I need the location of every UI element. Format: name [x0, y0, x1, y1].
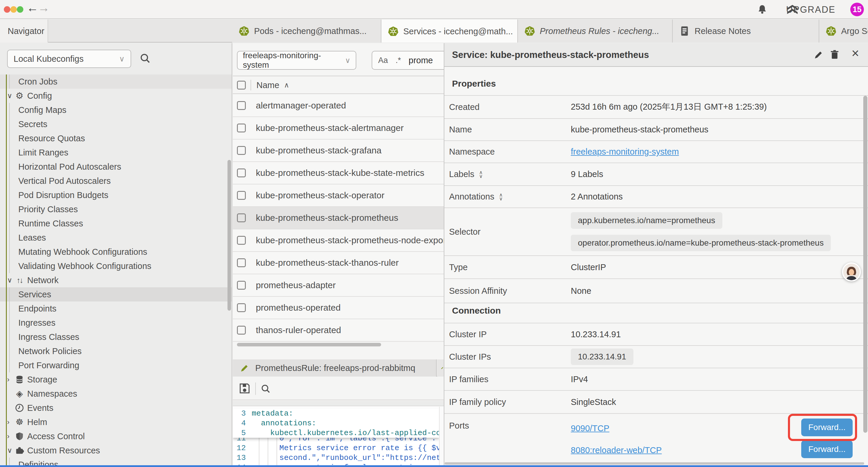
- sidebar-item[interactable]: ∨ ⚙ Config: [0, 89, 231, 103]
- port-link[interactable]: 9090/TCP: [571, 424, 610, 433]
- app-tab[interactable]: Argo Se: [819, 20, 868, 42]
- sidebar-item[interactable]: Priority Classes: [0, 202, 231, 216]
- kubeconfig-select[interactable]: Local Kubeconfigs ∨: [7, 50, 131, 68]
- search-query[interactable]: prome: [409, 56, 433, 65]
- sidebar-item[interactable]: Cron Jobs: [0, 75, 231, 89]
- row-checkbox[interactable]: [237, 213, 246, 222]
- row-checkbox[interactable]: [237, 326, 246, 334]
- table-row[interactable]: kube-prometheus-stack-grafana: [233, 140, 444, 162]
- sidebar-item[interactable]: Endpoints: [0, 301, 231, 316]
- sidebar-item[interactable]: Resource Quotas: [0, 131, 231, 145]
- editor-search-icon[interactable]: [260, 384, 271, 395]
- profile-badge[interactable]: 15: [850, 3, 864, 16]
- select-all-checkbox[interactable]: [237, 81, 246, 90]
- table-row[interactable]: kube-prometheus-stack-prometheus: [233, 207, 444, 229]
- editor-tab-partial[interactable]: [437, 359, 444, 377]
- row-checkbox[interactable]: [237, 101, 246, 110]
- notifications-bell-icon[interactable]: [757, 4, 768, 16]
- sidebar-search-icon[interactable]: [140, 53, 151, 65]
- sidebar-item[interactable]: Secrets: [0, 117, 231, 131]
- sidebar-scrollbar[interactable]: [227, 160, 231, 311]
- close-window-button[interactable]: [4, 6, 10, 13]
- sidebar-item[interactable]: › Storage: [0, 372, 231, 387]
- back-button[interactable]: ←: [27, 1, 38, 14]
- table-horizontal-scrollbar[interactable]: [237, 343, 381, 346]
- table-row[interactable]: alertmanager-operated: [233, 95, 444, 117]
- row-checkbox[interactable]: [237, 123, 246, 133]
- table-row[interactable]: prometheus-operated: [233, 297, 444, 319]
- delete-trash-icon[interactable]: [830, 50, 840, 61]
- match-case-toggle[interactable]: Aa: [378, 56, 388, 65]
- sidebar-item[interactable]: Pod Disruption Budgets: [0, 188, 231, 202]
- row-checkbox[interactable]: [237, 146, 246, 155]
- row-checkbox[interactable]: [237, 258, 246, 267]
- sidebar-item[interactable]: Definitions: [0, 458, 231, 465]
- navigator-panel-tab[interactable]: Navigator: [0, 20, 48, 42]
- editor-tab[interactable]: PrometheusRule: freeleaps-prod-rabbitmq: [233, 359, 437, 377]
- window-horizontal-scrollbar[interactable]: [445, 462, 864, 465]
- table-row[interactable]: kube-prometheus-stack-kube-state-metrics: [233, 162, 444, 184]
- row-checkbox[interactable]: [237, 236, 246, 245]
- minimize-window-button[interactable]: [10, 6, 17, 13]
- namespace-select[interactable]: freeleaps-monitoring-system ∨: [237, 51, 356, 70]
- table-row[interactable]: kube-prometheus-stack-alertmanager: [233, 117, 444, 140]
- sidebar-item[interactable]: Ingress Classes: [0, 330, 231, 344]
- table-row[interactable]: thanos-ruler-operated: [233, 319, 444, 342]
- app-tab[interactable]: Services - icecheng@math... ×: [381, 20, 518, 42]
- tree-chevron-icon[interactable]: ∨: [7, 92, 12, 100]
- save-icon[interactable]: [239, 382, 251, 396]
- sidebar-item[interactable]: ∨ ↑↓ Network: [0, 273, 231, 287]
- sidebar-item[interactable]: Port Forwarding: [0, 358, 231, 372]
- yaml-editor[interactable]: 11 0","for":"1m","labels":{"service":" 1…: [233, 407, 444, 465]
- sidebar-item[interactable]: Horizontal Pod Autoscalers: [0, 159, 231, 174]
- port-link[interactable]: 8080:reloader-web/TCP: [571, 445, 662, 455]
- upgrade-button[interactable]: UPGRADE: [786, 4, 836, 15]
- row-checkbox[interactable]: [237, 169, 246, 177]
- table-row[interactable]: kube-prometheus-stack-prometheus-node-ex…: [233, 229, 444, 252]
- tree-chevron-icon[interactable]: ∨: [7, 446, 12, 455]
- tree-chevron-icon[interactable]: ›: [7, 375, 9, 384]
- table-row[interactable]: kube-prometheus-stack-operator: [233, 184, 444, 207]
- table-row[interactable]: prometheus-adapter: [233, 274, 444, 297]
- edit-icon[interactable]: [814, 50, 824, 61]
- sidebar-item[interactable]: › Access Control: [0, 429, 231, 443]
- namespace-link[interactable]: freeleaps-monitoring-system: [571, 147, 679, 157]
- tree-chevron-icon[interactable]: ›: [7, 432, 9, 440]
- forward-button[interactable]: →: [38, 1, 50, 14]
- sidebar-item[interactable]: Mutating Webhook Configurations: [0, 245, 231, 259]
- sidebar-item[interactable]: Ingresses: [0, 316, 231, 330]
- sidebar-item[interactable]: Runtime Classes: [0, 216, 231, 231]
- sort-ascending-icon[interactable]: ∧: [284, 81, 289, 89]
- row-checkbox[interactable]: [237, 281, 246, 290]
- detail-scrollbar[interactable]: [863, 96, 867, 433]
- expand-collapse-icon[interactable]: ∧∨: [479, 171, 483, 178]
- sidebar-item[interactable]: Events: [0, 401, 231, 415]
- sidebar-item[interactable]: › ☸ Helm: [0, 415, 231, 429]
- sidebar-item[interactable]: Config Maps: [0, 103, 231, 117]
- sidebar-item[interactable]: Network Policies: [0, 344, 231, 358]
- forward-button[interactable]: Forward...: [801, 440, 852, 458]
- table-row[interactable]: kube-prometheus-stack-thanos-ruler: [233, 252, 444, 274]
- sidebar-item[interactable]: Leases: [0, 231, 231, 245]
- sidebar-item[interactable]: ∨ Custom Resources: [0, 443, 231, 458]
- sidebar-item[interactable]: Services: [0, 287, 231, 301]
- tree-chevron-icon[interactable]: ›: [7, 418, 9, 426]
- zoom-window-button[interactable]: [17, 6, 23, 13]
- regex-toggle[interactable]: .*: [396, 56, 401, 65]
- sidebar-item[interactable]: ◈ Namespaces: [0, 387, 231, 401]
- tree-chevron-icon[interactable]: ∨: [7, 276, 12, 284]
- close-icon[interactable]: ×: [851, 47, 859, 60]
- app-tab[interactable]: Release Notes: [673, 20, 819, 42]
- sidebar-item[interactable]: Validating Webhook Configurations: [0, 259, 231, 273]
- editor-scrollbar[interactable]: [439, 407, 444, 465]
- tab-close-icon[interactable]: ×: [518, 26, 518, 36]
- avatar[interactable]: [842, 262, 861, 282]
- row-checkbox[interactable]: [237, 303, 246, 312]
- app-tab[interactable]: Prometheus Rules - icecheng...: [518, 20, 673, 42]
- sidebar-item[interactable]: Vertical Pod Autoscalers: [0, 174, 231, 188]
- expand-collapse-icon[interactable]: ∧∨: [499, 193, 502, 201]
- resource-search-box[interactable]: Aa .* prome: [372, 51, 444, 70]
- app-tab[interactable]: Pods - icecheng@mathmas...: [232, 20, 381, 42]
- row-checkbox[interactable]: [237, 191, 246, 200]
- name-column-header[interactable]: Name: [256, 80, 279, 90]
